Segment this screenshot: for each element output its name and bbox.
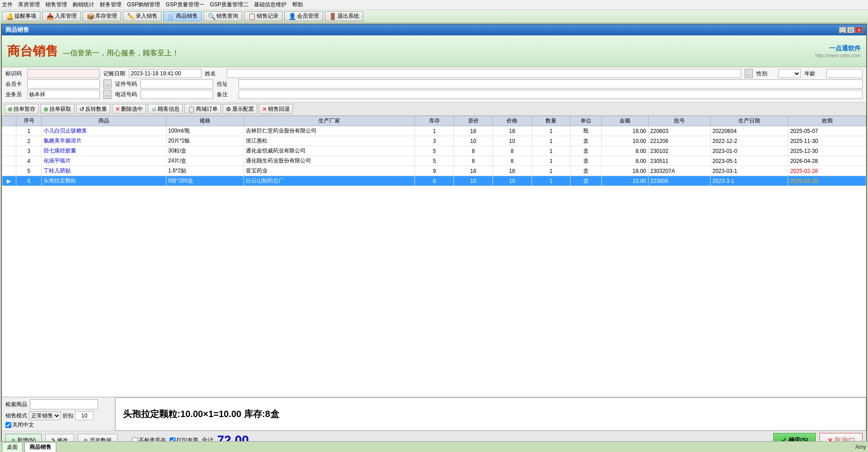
- row-amount: 10.00: [601, 136, 648, 146]
- menu-gsp1[interactable]: GSP购销管理: [127, 1, 160, 9]
- status-bar: 桌面 商品销售 Amy: [0, 441, 868, 452]
- table-row[interactable]: 5 丁桂儿脐贴 1.6*2贴 亚宝药业 9 18 18 1 盒 18.00 23…: [2, 166, 866, 176]
- dizhi-input[interactable]: [239, 79, 863, 88]
- tab-desktop[interactable]: 桌面: [2, 442, 23, 452]
- row-batch: 223006: [648, 176, 710, 186]
- row-manufacturer: 通化金恺威药业有限公司: [244, 146, 415, 156]
- toolbar-product-sale[interactable]: 🛒商品销售: [163, 11, 202, 21]
- biaozhima-input[interactable]: [27, 69, 100, 78]
- toolbar-sale-query[interactable]: 🔍销售查询: [204, 11, 242, 21]
- toolbar-exit[interactable]: 🚪退出系统: [325, 11, 363, 21]
- toolbar-inbound[interactable]: 📥入库管理: [42, 11, 81, 21]
- action-delete-selected[interactable]: ✕删除选中: [112, 104, 146, 114]
- nianling-input[interactable]: [826, 69, 863, 78]
- xingming-input[interactable]: [227, 69, 741, 78]
- row-batch: 230511: [648, 156, 710, 166]
- row-manufacturer: 浙江惠松: [244, 136, 415, 146]
- col-batch: 批号: [648, 116, 710, 126]
- menu-finance[interactable]: 财务管理: [100, 1, 122, 9]
- menu-file[interactable]: 文件: [2, 1, 13, 9]
- menu-sales[interactable]: 销售管理: [45, 1, 67, 9]
- row-arrow: [2, 126, 16, 136]
- biaozhima-label: 标识码: [5, 70, 24, 78]
- menu-basic-info[interactable]: 基础信息维护: [254, 1, 287, 9]
- xingming-btn[interactable]: …: [745, 69, 753, 78]
- toolbar-entry-sale[interactable]: ✏️录入销售: [123, 11, 161, 21]
- table-row[interactable]: 1 小儿白贝止咳糖浆 100ml/瓶 吉林巨仁堂药业股份有限公司 1 18 18…: [2, 126, 866, 136]
- col-unit: 单位: [571, 116, 602, 126]
- col-stock: 库存: [415, 116, 454, 126]
- toolbar-member[interactable]: 👤会员管理: [284, 11, 323, 21]
- dianhua-input[interactable]: [141, 90, 213, 99]
- row-price: 8: [493, 156, 532, 166]
- row-spec: 9袋*280盒: [166, 176, 244, 186]
- action-customer-info[interactable]: ☺顾客信息: [148, 104, 183, 114]
- table-row[interactable]: 4 化痰平喘片 24片/盒 通化颐生药业股份有限公司 5 8 8 1 盒 8.0…: [2, 156, 866, 166]
- minimize-button[interactable]: _: [839, 27, 846, 33]
- row-unit: 盒: [571, 156, 602, 166]
- col-seq: 序号: [16, 116, 42, 126]
- menu-gsp3[interactable]: GSP质量管理二: [210, 1, 249, 9]
- menu-stats[interactable]: 购销统计: [73, 1, 94, 9]
- row-price: 8: [493, 146, 532, 156]
- row-produce-date: 20220604: [710, 126, 788, 136]
- table-row[interactable]: 3 田七痛经胶囊 30粒/盒 通化金恺威药业有限公司 5 8 8 1 盒 8.0…: [2, 146, 866, 156]
- row-batch: 220603: [648, 126, 710, 136]
- col-product: 商品: [42, 116, 166, 126]
- beizhu-input[interactable]: [239, 90, 863, 99]
- maximize-button[interactable]: □: [847, 27, 854, 33]
- menu-warehouse[interactable]: 库房管理: [18, 1, 40, 9]
- row-expire-date: 2025-02-28: [788, 166, 866, 176]
- table-row[interactable]: 2 氯糖美辛肠溶片 20片*2板 浙江惠松 3 10 10 1 盒 10.00 …: [2, 136, 866, 146]
- row-seq: 2: [16, 136, 42, 146]
- row-produce-date: 2022-12-2: [710, 136, 788, 146]
- row-expire-date: 2025-02-28: [788, 176, 866, 186]
- row-price: 10: [493, 136, 532, 146]
- row-unit: 盒: [571, 166, 602, 176]
- yewuyuan-btn[interactable]: …: [103, 90, 112, 99]
- row-qty: 1: [532, 176, 571, 186]
- close-button[interactable]: ✕: [855, 27, 863, 33]
- close-chinese-checkbox[interactable]: [5, 422, 11, 428]
- row-expire-date: 2026-04-28: [788, 156, 866, 166]
- huiyuanka-btn[interactable]: …: [103, 79, 112, 88]
- row-spec: 24片/盒: [166, 156, 244, 166]
- huiyuanka-input[interactable]: [27, 79, 100, 88]
- company-name: 一点通软件: [815, 44, 861, 53]
- row-spec: 1.6*2贴: [166, 166, 244, 176]
- row-arrow: [2, 146, 16, 156]
- menu-help[interactable]: 帮助: [292, 1, 303, 9]
- action-display-config[interactable]: ⚙显示配置: [223, 104, 257, 114]
- xingbie-label: 性别: [756, 70, 775, 78]
- form-area: 标识码 记账日期 姓名 … 性别 男女 年龄 会员卡 … 证件号码 住址 业务: [2, 67, 866, 103]
- action-sale-return[interactable]: ✕销售回退: [259, 104, 293, 114]
- tab-product-sale[interactable]: 商品销售: [24, 442, 56, 452]
- jizhang-input[interactable]: [129, 69, 201, 78]
- xingbie-select[interactable]: 男女: [778, 69, 801, 78]
- toolbar-reminder[interactable]: 🔔提醒事项: [2, 11, 40, 21]
- sell-mode-select[interactable]: 正常销售优惠销售批发销售: [29, 411, 61, 420]
- action-mall-order[interactable]: 📋商城订单: [185, 104, 221, 114]
- zhengjian-input[interactable]: [141, 79, 213, 88]
- row-seq: 1: [16, 126, 42, 136]
- col-original-price: 原价: [454, 116, 493, 126]
- yewuyuan-input[interactable]: [27, 90, 100, 99]
- row-unit: 盒: [571, 176, 602, 186]
- row-manufacturer: 通化颐生药业股份有限公司: [244, 156, 415, 166]
- row-product-name: 丁桂儿脐贴: [42, 166, 166, 176]
- search-product-input[interactable]: [30, 399, 98, 409]
- action-reverse-qty[interactable]: ↺反转数量: [76, 104, 110, 114]
- toolbar-sale-record[interactable]: 📋销售记录: [244, 11, 283, 21]
- action-hang-get[interactable]: ⊕挂单获取: [40, 104, 74, 114]
- action-hang-save[interactable]: ⊕挂单暂存: [5, 104, 39, 114]
- discount-input[interactable]: [75, 411, 93, 420]
- toolbar-inventory[interactable]: 📦库存管理: [83, 11, 121, 21]
- main-toolbar: 🔔提醒事项 📥入库管理 📦库存管理 ✏️录入销售 🛒商品销售 🔍销售查询 📋销售…: [0, 10, 868, 23]
- menu-gsp2[interactable]: GSP质量管理一: [166, 1, 204, 9]
- row-qty: 1: [532, 156, 571, 166]
- col-spec: 规格: [166, 116, 244, 126]
- table-area: 序号 商品 规格 生产厂家 库存 原价 价格 数量 单位 金额 批号 生产日期 …: [2, 116, 866, 397]
- menu-bar: 文件 库房管理 销售管理 购销统计 财务管理 GSP购销管理 GSP质量管理一 …: [0, 0, 868, 10]
- table-row[interactable]: ▶ 6 头孢拉定颗粒 9袋*280盒 白云山制药总厂 8 10 10 1 盒 1…: [2, 176, 866, 186]
- row-price: 10: [493, 176, 532, 186]
